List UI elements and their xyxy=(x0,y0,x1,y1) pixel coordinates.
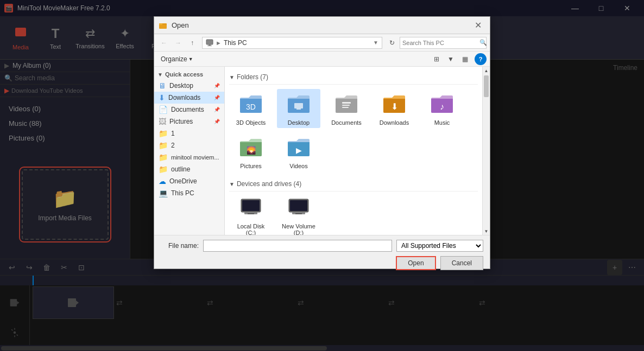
scroll-thumb[interactable] xyxy=(484,75,489,97)
sidebar-item-downloads[interactable]: ⬇ Downloads 📌 xyxy=(154,92,224,104)
dialog-icon xyxy=(159,21,167,30)
view-controls: ⊞ ▼ ▦ ? xyxy=(430,53,487,65)
computer-icon xyxy=(206,39,213,47)
music-folder-big-icon: ♪ xyxy=(429,93,455,115)
svg-rect-9 xyxy=(209,44,211,46)
thispc-icon: 💻 xyxy=(159,189,168,197)
sidebar-item-pictures[interactable]: 🖼 Pictures 📌 xyxy=(154,116,224,127)
organize-button[interactable]: Organize ▼ xyxy=(157,54,197,64)
pin-icon-desktop: 📌 xyxy=(214,83,220,88)
downloads-icon-wrap: ⬇ xyxy=(381,91,407,117)
outline-folder-icon: 📁 xyxy=(159,165,168,174)
help-button[interactable]: ? xyxy=(475,53,487,65)
nav-forward-button[interactable]: → xyxy=(172,36,185,49)
scroll-down-button[interactable]: ▼ xyxy=(483,227,490,235)
dialog-toolbar: Organize ▼ ⊞ ▼ ▦ ? xyxy=(154,52,490,67)
svg-rect-7 xyxy=(159,23,162,25)
desktop-folder-big-icon xyxy=(286,93,312,115)
pictures-icon-wrap: 🌄 xyxy=(238,135,264,161)
refresh-button[interactable]: ↻ xyxy=(386,36,399,49)
view-dropdown-button[interactable]: ▼ xyxy=(444,53,457,65)
svg-rect-13 xyxy=(296,109,301,110)
sidebar-desktop-label: Desktop xyxy=(169,82,193,90)
sidebar-item-2[interactable]: 📁 2 xyxy=(154,139,224,151)
devices-section-header[interactable]: ▼ Devices and drives (4) xyxy=(229,178,478,192)
folders-section-header[interactable]: ▼ Folders (7) xyxy=(229,71,478,85)
svg-rect-24 xyxy=(248,213,254,214)
preview-pane-button[interactable]: ▦ xyxy=(458,53,471,65)
dialog-title: Open xyxy=(172,21,470,29)
folder-item-3dobjects[interactable]: 3D 3D Objects xyxy=(229,89,273,128)
sidebar-documents-label: Documents xyxy=(171,106,204,113)
pin-icon-pictures: 📌 xyxy=(214,119,220,124)
sidebar-2-label: 2 xyxy=(171,142,175,149)
svg-rect-28 xyxy=(295,213,302,214)
videos-folder-big-icon: ▶ xyxy=(286,137,312,158)
folders-grid: 3D 3D Objects xyxy=(229,89,478,171)
folder-item-videos[interactable]: ▶ Videos xyxy=(277,132,320,171)
svg-rect-15 xyxy=(342,105,350,106)
folder1-icon: 📁 xyxy=(159,129,168,138)
folder-item-desktop[interactable]: Desktop xyxy=(277,89,320,128)
d-drive-icon xyxy=(288,198,310,221)
svg-text:⬇: ⬇ xyxy=(391,102,398,111)
view-toggle-button[interactable]: ⊞ xyxy=(430,53,443,65)
open-dialog: Open ✕ ← → ↑ ► This PC ▼ ↻ 🔍 Organize xyxy=(154,16,490,269)
sidebar-panel: ▼ Quick access 🖥 Desktop 📌 ⬇ Downloads 📌… xyxy=(154,67,225,235)
sidebar-item-outline[interactable]: 📁 outline xyxy=(154,163,224,175)
minitool-folder-icon: 📁 xyxy=(159,153,168,162)
sidebar-item-minitool[interactable]: 📁 minitool moviem... xyxy=(154,151,224,163)
svg-rect-14 xyxy=(342,102,351,104)
pin-icon-downloads: 📌 xyxy=(214,95,220,100)
sidebar-1-label: 1 xyxy=(171,130,175,137)
filetype-select[interactable]: All Supported Files All Files xyxy=(396,240,483,252)
dialog-nav: ← → ↑ ► This PC ▼ ↻ 🔍 xyxy=(154,34,490,52)
folders-section-label: Folders (7) xyxy=(237,73,268,81)
organize-chevron: ▼ xyxy=(188,56,193,62)
cancel-button[interactable]: Cancel xyxy=(440,256,483,270)
filename-input[interactable] xyxy=(203,240,392,252)
folder-item-downloads[interactable]: ⬇ Downloads xyxy=(372,89,416,128)
filename-label: File name: xyxy=(161,242,199,250)
svg-text:3D: 3D xyxy=(246,103,256,111)
nav-up-button[interactable]: ↑ xyxy=(186,36,199,49)
scroll-up-button[interactable]: ▲ xyxy=(483,67,490,74)
svg-text:🌄: 🌄 xyxy=(247,146,256,155)
svg-text:♪: ♪ xyxy=(440,102,444,111)
device-d-drive[interactable]: New Volume (D:) xyxy=(277,196,320,235)
search-icon: 🔍 xyxy=(479,39,487,46)
sidebar-item-desktop[interactable]: 🖥 Desktop 📌 xyxy=(154,80,224,92)
open-button[interactable]: Open xyxy=(396,256,435,270)
dialog-footer: File name: All Supported Files All Files… xyxy=(154,235,490,269)
pictures-folder-icon: 🖼 xyxy=(159,117,166,126)
sidebar-downloads-label: Downloads xyxy=(168,94,200,101)
dialog-close-button[interactable]: ✕ xyxy=(470,18,485,33)
dialog-scrollbar[interactable]: ▲ ▼ xyxy=(482,67,490,235)
dialog-titlebar: Open ✕ xyxy=(154,17,490,34)
sidebar-thispc-label: This PC xyxy=(171,189,194,197)
sidebar-item-onedrive[interactable]: ☁ OneDrive xyxy=(154,175,224,187)
sidebar-onedrive-label: OneDrive xyxy=(169,177,197,185)
sidebar-item-thispc[interactable]: 💻 This PC xyxy=(154,187,224,199)
quick-access-header: ▼ Quick access xyxy=(154,69,224,80)
devices-section: ▼ Devices and drives (4) xyxy=(229,178,478,235)
folder-item-documents[interactable]: Documents xyxy=(325,89,368,128)
search-input[interactable] xyxy=(402,40,477,46)
sidebar-minitool-label: minitool moviem... xyxy=(171,154,219,161)
device-c-drive[interactable]: Local Disk (C:) xyxy=(229,196,273,235)
folder-item-music[interactable]: ♪ Music xyxy=(420,89,464,128)
nav-back-button[interactable]: ← xyxy=(157,36,171,49)
videos-icon-wrap: ▶ xyxy=(286,135,312,161)
c-drive-label: Local Disk (C:) xyxy=(231,223,270,235)
folder2-icon: 📁 xyxy=(159,141,168,150)
svg-rect-12 xyxy=(294,103,303,109)
folder-item-pictures[interactable]: 🌄 Pictures xyxy=(229,132,273,171)
search-bar[interactable]: 🔍 xyxy=(400,37,487,49)
breadcrumb-bar[interactable]: ► This PC ▼ xyxy=(202,37,382,49)
devices-section-label: Devices and drives (4) xyxy=(237,180,301,188)
downloads-folder-big-icon: ⬇ xyxy=(381,93,407,115)
sidebar-outline-label: outline xyxy=(171,165,190,173)
sidebar-item-1[interactable]: 📁 1 xyxy=(154,127,224,139)
sidebar-item-documents[interactable]: 📄 Documents 📌 xyxy=(154,104,224,116)
desktop-label: Desktop xyxy=(288,119,310,126)
